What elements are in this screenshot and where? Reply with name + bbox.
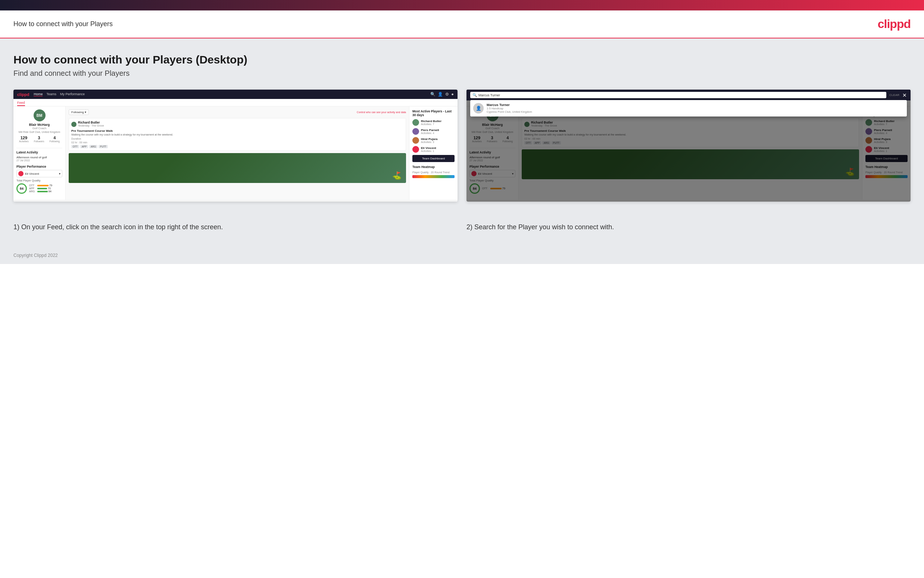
- nav-my-performance[interactable]: My Performance: [60, 92, 85, 96]
- feed-user-info: Richard Butler Yesterday · The Grove: [78, 120, 104, 128]
- screenshot-1: clippd Home Teams My Performance 🔍 👤 ⚙ ●: [13, 89, 458, 201]
- team-dashboard-button[interactable]: Team Dashboard: [413, 155, 455, 162]
- heatmap-bar: [413, 175, 455, 178]
- ott-bar: OTT 79: [29, 184, 52, 187]
- nav-items: Home Teams My Performance: [34, 92, 85, 96]
- profile-club: Mill Ride Golf Club, United Kingdom: [16, 131, 62, 133]
- player-info-1: Richard Butler Activities: 7: [421, 120, 442, 125]
- player-avatar-3: [413, 137, 419, 144]
- player-info-3: Hiral Pujara Activities: 3: [421, 137, 437, 143]
- arg-bar: ARG 84: [29, 190, 52, 193]
- player-item-1: Richard Butler Activities: 7: [413, 119, 455, 126]
- main-content: How to connect with your Players (Deskto…: [0, 39, 924, 247]
- tag-row: OTT APP ARG PUTT: [71, 145, 403, 148]
- desc-text-1: 1) On your Feed, click on the search ico…: [13, 223, 223, 231]
- profile-stats: 129 Activities 3 Followers 4 Following: [16, 136, 62, 143]
- profile-title: Golf Coach: [16, 127, 62, 130]
- quality-circle: 84: [16, 183, 27, 194]
- feed-user-avatar: [71, 122, 76, 127]
- descriptions-row: 1) On your Feed, click on the search ico…: [13, 214, 911, 232]
- description-1: 1) On your Feed, click on the search ico…: [13, 214, 458, 232]
- feed-tab[interactable]: Feed: [13, 99, 458, 106]
- hero-title: How to connect with your Players (Deskto…: [13, 54, 911, 66]
- description-2: 2) Search for the Player you wish to con…: [466, 214, 911, 232]
- nav-home[interactable]: Home: [34, 92, 42, 96]
- stat-followers: 3 Followers: [34, 136, 44, 143]
- app-nav-1: clippd Home Teams My Performance 🔍 👤 ⚙ ●: [13, 89, 458, 99]
- quality-bars: OTT 79 APP 70: [29, 184, 52, 193]
- feed-card-header: Richard Butler Yesterday · The Grove: [71, 120, 403, 128]
- player-select[interactable]: Eli Vincent ▾: [16, 170, 62, 177]
- dropdown-chevron: ▾: [85, 110, 86, 114]
- settings-icon[interactable]: ⚙: [445, 92, 449, 97]
- tag-putt: PUTT: [99, 145, 108, 148]
- tag-app: APP: [80, 145, 88, 148]
- activity-date: 27 Jul 2022: [16, 159, 62, 162]
- search-result-item[interactable]: 👤 Marcus Turner 1-5 Handicap Cypress Poi…: [473, 103, 904, 114]
- stat-activities: 129 Activities: [19, 136, 29, 143]
- app-left-panel: BM Blair McHarg Golf Coach Mill Ride Gol…: [13, 106, 66, 200]
- player-avatar-1: [413, 119, 419, 126]
- profile-area: BM Blair McHarg Golf Coach Mill Ride Gol…: [16, 109, 62, 148]
- close-button[interactable]: ✕: [902, 92, 907, 98]
- player-item-2: Piers Parnell Activities: 4: [413, 128, 455, 135]
- user-icon[interactable]: 👤: [438, 92, 443, 97]
- quality-display: 84 OTT 79 APP: [16, 183, 62, 194]
- search-bar-overlay: 🔍 Marcus Turner CLEAR ✕: [466, 89, 911, 101]
- page-title: How to connect with your Players: [13, 20, 113, 28]
- nav-icons: 🔍 👤 ⚙ ●: [430, 92, 454, 97]
- stat-following: 4 Following: [50, 136, 60, 143]
- search-input-area: 🔍 Marcus Turner: [470, 92, 886, 98]
- player-item-3: Hiral Pujara Activities: 3: [413, 137, 455, 144]
- search-icon-overlay: 🔍: [473, 93, 477, 97]
- search-result-info: Marcus Turner 1-5 Handicap Cypress Point…: [487, 103, 532, 114]
- tag-arg: ARG: [89, 145, 97, 148]
- footer: Copyright Clippd 2022: [0, 247, 924, 264]
- top-bar: [0, 0, 924, 10]
- search-text: Marcus Turner: [478, 93, 500, 97]
- following-bar: Following ▾ Control who can see your act…: [69, 109, 406, 115]
- logo: clippd: [878, 17, 911, 31]
- app-body-1: BM Blair McHarg Golf Coach Mill Ride Gol…: [13, 106, 458, 200]
- desc-text-2: 2) Search for the Player you wish to con…: [466, 223, 614, 231]
- following-button[interactable]: Following ▾: [69, 109, 89, 115]
- header: How to connect with your Players clippd: [0, 10, 924, 39]
- player-avatar-2: [413, 128, 419, 135]
- avatar-icon[interactable]: ●: [451, 92, 454, 97]
- search-dropdown: 👤 Marcus Turner 1-5 Handicap Cypress Poi…: [470, 100, 907, 117]
- app-screenshot-2: clippd Home Teams My Performance 🔍 👤 ⚙ ●…: [466, 89, 911, 201]
- team-heatmap: Team Heatmap Player Quality · 20 Round T…: [413, 165, 455, 178]
- total-quality-label: Total Player Quality: [16, 179, 62, 182]
- tag-ott: OTT: [71, 145, 79, 148]
- screenshots-row: clippd Home Teams My Performance 🔍 👤 ⚙ ●: [13, 89, 911, 201]
- player-info-2: Piers Parnell Activities: 4: [421, 128, 439, 135]
- app-middle-panel: Following ▾ Control who can see your act…: [66, 106, 409, 200]
- app-logo-1: clippd: [17, 92, 29, 97]
- avatar: BM: [34, 109, 45, 121]
- profile-name: Blair McHarg: [16, 123, 62, 127]
- player-info-4: Eli Vincent Activities: 1: [421, 146, 436, 153]
- app-right-panel: Most Active Players - Last 30 days Richa…: [409, 106, 458, 200]
- latest-activity: Latest Activity Afternoon round of golf …: [16, 151, 62, 162]
- control-link[interactable]: Control who can see your activity and da…: [357, 111, 406, 114]
- search-result-avatar: 👤: [473, 103, 484, 114]
- app-bar: APP 70: [29, 187, 52, 190]
- hero-section: How to connect with your Players (Deskto…: [13, 54, 911, 78]
- player-avatar-sm: [18, 171, 24, 176]
- golf-image: [69, 153, 406, 183]
- activity-text: Afternoon round of golf: [16, 156, 62, 159]
- copyright-text: Copyright Clippd 2022: [13, 253, 58, 258]
- player-avatar-4: [413, 146, 419, 153]
- search-icon[interactable]: 🔍: [430, 92, 435, 97]
- player-item-4: Eli Vincent Activities: 1: [413, 146, 455, 153]
- nav-teams[interactable]: Teams: [46, 92, 57, 96]
- player-performance-panel: Player Performance Eli Vincent ▾ Total P…: [16, 165, 62, 194]
- screenshot-2: clippd Home Teams My Performance 🔍 👤 ⚙ ●…: [466, 89, 911, 201]
- hero-subtitle: Find and connect with your Players: [13, 69, 911, 78]
- feed-card: Richard Butler Yesterday · The Grove Pre…: [69, 118, 406, 151]
- clear-button[interactable]: CLEAR: [889, 93, 900, 97]
- app-screenshot-1: clippd Home Teams My Performance 🔍 👤 ⚙ ●: [13, 89, 458, 201]
- dropdown-arrow: ▾: [59, 172, 60, 175]
